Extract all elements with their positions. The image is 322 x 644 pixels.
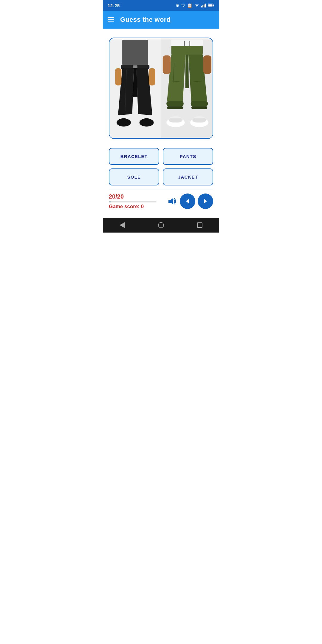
bottom-divider: [109, 190, 213, 190]
svg-rect-5: [213, 5, 214, 6]
nav-home-button[interactable]: [158, 222, 164, 228]
settings-icon: ⚙: [176, 3, 179, 8]
image-right: [161, 38, 213, 138]
jogger-pants-image: [161, 38, 213, 138]
svg-rect-2: [204, 4, 205, 7]
progress-bar-fill: [109, 201, 111, 202]
svg-rect-1: [202, 5, 203, 7]
answers-grid: BRACELET PANTS SOLE JACKET: [109, 148, 213, 185]
svg-marker-44: [204, 199, 207, 204]
clipboard-icon: 📋: [187, 3, 192, 8]
menu-button[interactable]: [108, 17, 114, 22]
svg-rect-20: [149, 68, 155, 86]
security-icon: 🛡: [181, 3, 185, 8]
progress-fraction: 20/20: [109, 193, 124, 200]
svg-rect-6: [208, 4, 213, 7]
svg-marker-43: [186, 199, 189, 204]
signal-icon: [201, 3, 206, 7]
app-bar: Guess the word: [103, 11, 219, 29]
svg-rect-3: [205, 4, 206, 7]
score-section: 20/20 Game score: 0: [109, 193, 157, 210]
status-bar: 12:25 ⚙ 🛡 📋: [103, 0, 219, 11]
prev-icon: [185, 198, 191, 204]
controls-section: [167, 193, 213, 209]
next-icon: [202, 198, 208, 204]
svg-point-17: [141, 118, 152, 124]
svg-rect-8: [122, 40, 148, 65]
main-content: BRACELET PANTS SOLE JACKET 20/20 Game sc…: [103, 29, 219, 218]
answer-btn-jacket[interactable]: JACKET: [163, 168, 213, 185]
svg-rect-28: [167, 106, 183, 109]
prev-button[interactable]: [180, 193, 195, 209]
svg-rect-33: [168, 118, 182, 122]
answer-btn-sole[interactable]: SOLE: [109, 168, 159, 185]
svg-rect-0: [201, 6, 202, 7]
svg-rect-38: [203, 55, 211, 74]
svg-rect-10: [133, 65, 137, 68]
svg-rect-25: [171, 46, 202, 55]
image-left: [109, 38, 161, 138]
dress-pants-image: [109, 38, 161, 138]
status-time: 12:25: [108, 3, 120, 8]
svg-rect-30: [191, 106, 207, 109]
svg-rect-29: [191, 101, 208, 106]
nav-recents-button[interactable]: [197, 222, 202, 228]
answer-btn-bracelet[interactable]: BRACELET: [109, 148, 159, 165]
wifi-icon: [194, 3, 199, 7]
progress-bar-track: [109, 201, 157, 202]
next-button[interactable]: [198, 193, 213, 209]
svg-marker-26: [185, 55, 189, 88]
svg-marker-42: [168, 198, 173, 205]
svg-rect-36: [192, 118, 206, 122]
speaker-button[interactable]: [167, 197, 177, 206]
android-nav-bar: [103, 218, 219, 233]
svg-rect-37: [162, 55, 171, 74]
answer-btn-pants[interactable]: PANTS: [163, 148, 213, 165]
bottom-bar: 20/20 Game score: 0: [109, 193, 213, 212]
speaker-icon: [167, 197, 177, 206]
app-title: Guess the word: [120, 16, 171, 24]
svg-rect-27: [166, 101, 184, 106]
nav-back-button[interactable]: [120, 222, 125, 228]
svg-rect-19: [115, 68, 121, 86]
svg-point-15: [118, 118, 129, 124]
svg-rect-22: [171, 40, 202, 46]
battery-icon: [208, 4, 214, 7]
image-container: [109, 38, 213, 139]
status-icons: ⚙ 🛡 📋: [176, 3, 214, 8]
game-score-label: Game score: 0: [109, 204, 144, 210]
